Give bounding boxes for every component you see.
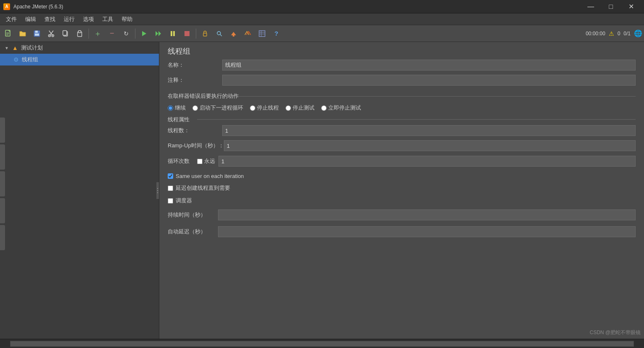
toolbar-sep-3 xyxy=(196,29,196,39)
radio-stop-now[interactable]: 立即停止测试 xyxy=(321,104,361,112)
sidebar-collapse-handle[interactable] xyxy=(156,182,159,199)
left-tab-1[interactable] xyxy=(0,118,5,143)
forever-checkbox[interactable] xyxy=(197,159,203,164)
menu-tools[interactable]: 工具 xyxy=(98,14,117,25)
svg-rect-22 xyxy=(184,31,190,36)
radio-continue[interactable]: 继续 xyxy=(168,104,186,112)
open-button[interactable] xyxy=(16,27,29,40)
clear-button[interactable] xyxy=(227,27,240,40)
help-button[interactable]: ? xyxy=(270,27,283,40)
add-button[interactable]: ＋ xyxy=(91,27,104,40)
comment-input[interactable] xyxy=(222,75,636,86)
maximize-button[interactable]: □ xyxy=(601,0,621,13)
name-row: 名称： xyxy=(159,60,644,71)
radio-stop-test-input[interactable] xyxy=(286,105,291,111)
remove-button[interactable]: − xyxy=(105,27,119,40)
main-area: ▼ ▲ 测试计划 ⚙ 线程组 线程组 名称： 注释： 在取样器错误后要 xyxy=(0,42,644,339)
radio-continue-input[interactable] xyxy=(168,105,173,111)
svg-rect-23 xyxy=(203,33,207,36)
thread-count-input[interactable] xyxy=(222,125,636,136)
radio-stop-thread-input[interactable] xyxy=(250,105,255,111)
radio-stop-test[interactable]: 停止测试 xyxy=(286,104,314,112)
forever-check[interactable]: 永远 xyxy=(197,157,215,165)
start-button[interactable] xyxy=(138,27,151,40)
status-time: 00:00:00 xyxy=(586,31,605,37)
radio-stop-now-input[interactable] xyxy=(321,105,327,111)
sidebar-item-thread-group[interactable]: ⚙ 线程组 xyxy=(0,54,159,65)
toolbar: ＋ − ↻ ? 00:00:00 ⚠ 0 0/1 🌐 xyxy=(0,25,644,42)
thread-group-label: 线程组 xyxy=(22,56,38,63)
delay-create-checkbox[interactable] xyxy=(168,186,173,191)
delay-start-input[interactable] xyxy=(218,226,636,237)
comment-label: 注释： xyxy=(168,76,222,84)
test-plan-icon: ▲ xyxy=(11,44,19,52)
start-no-pause-button[interactable] xyxy=(152,27,165,40)
delay-create-row: 延迟创建线程直到需要 xyxy=(159,183,644,194)
same-user-checkbox[interactable] xyxy=(168,173,173,179)
menu-file[interactable]: 文件 xyxy=(2,14,21,25)
svg-point-24 xyxy=(217,31,221,35)
radio-start-next-input[interactable] xyxy=(192,105,198,111)
svg-marker-18 xyxy=(156,31,158,36)
svg-rect-26 xyxy=(259,31,265,37)
thread-group-icon: ⚙ xyxy=(12,55,20,64)
status-progress xyxy=(10,341,634,347)
scheduler-label[interactable]: 调度器 xyxy=(176,197,192,204)
radio-continue-label: 继续 xyxy=(175,104,186,112)
svg-rect-16 xyxy=(78,31,81,33)
title-bar: A Apache JMeter (5.6.3) — □ ✕ xyxy=(0,0,644,13)
radio-stop-now-label: 立即停止测试 xyxy=(328,104,361,112)
menu-run[interactable]: 运行 xyxy=(60,14,79,25)
radio-stop-thread[interactable]: 停止线程 xyxy=(250,104,279,112)
copy-button[interactable] xyxy=(59,27,72,40)
sidebar-item-test-plan[interactable]: ▼ ▲ 测试计划 xyxy=(0,42,159,54)
ramp-up-input[interactable] xyxy=(224,140,636,151)
sidebar: ▼ ▲ 测试计划 ⚙ 线程组 xyxy=(0,42,159,339)
new-button[interactable] xyxy=(2,27,15,40)
thread-count-label: 线程数： xyxy=(168,127,222,134)
svg-rect-5 xyxy=(35,31,38,33)
paste-button[interactable] xyxy=(73,27,86,40)
left-tab-3[interactable] xyxy=(0,171,5,196)
left-tab-5[interactable] xyxy=(0,225,5,250)
toolbar-status: 00:00:00 ⚠ 0 0/1 🌐 xyxy=(586,29,642,37)
left-tab-2[interactable] xyxy=(0,144,5,170)
test-plan-label: 测试计划 xyxy=(21,44,43,52)
reset-button[interactable]: ↻ xyxy=(119,27,133,40)
search-toolbar-button[interactable] xyxy=(213,27,226,40)
menu-edit[interactable]: 编辑 xyxy=(21,14,40,25)
minimize-button[interactable]: — xyxy=(581,0,600,13)
save-button[interactable] xyxy=(30,27,44,40)
collapse-dots xyxy=(157,188,158,193)
same-user-label[interactable]: Same user on each iteration xyxy=(176,173,244,179)
loop-row: 循环次数 永远 xyxy=(159,155,644,167)
window-controls: — □ ✕ xyxy=(581,0,641,13)
scheduler-checkbox[interactable] xyxy=(168,198,173,204)
menu-options[interactable]: 选项 xyxy=(79,14,98,25)
delay-start-row: 自动延迟（秒） xyxy=(159,225,644,239)
svg-line-25 xyxy=(220,34,222,36)
error-action-radio-group: 继续 启动下一进程循环 停止线程 停止测试 立即停止测试 xyxy=(159,102,644,113)
ssl-button[interactable] xyxy=(198,27,212,40)
error-section-label: 在取样器错误后要执行的动作 xyxy=(159,90,644,102)
thread-props-title: 线程属性 xyxy=(159,113,644,125)
stop-button[interactable] xyxy=(180,27,194,40)
svg-marker-19 xyxy=(158,31,161,36)
delay-create-label[interactable]: 延迟创建线程直到需要 xyxy=(176,184,230,192)
table-button[interactable] xyxy=(255,27,269,40)
duration-input[interactable] xyxy=(218,209,636,220)
radio-start-next[interactable]: 启动下一进程循环 xyxy=(192,104,243,112)
cut-button[interactable] xyxy=(44,27,58,40)
title-bar-left: A Apache JMeter (5.6.3) xyxy=(3,3,63,10)
clear-all-button[interactable] xyxy=(241,27,254,40)
svg-rect-14 xyxy=(63,31,67,35)
ramp-up-label: Ramp-Up时间（秒）： xyxy=(168,142,224,149)
loop-input[interactable] xyxy=(218,156,636,167)
close-button[interactable]: ✕ xyxy=(621,0,641,13)
pause-button[interactable] xyxy=(166,27,179,40)
left-tab-4[interactable] xyxy=(0,198,5,223)
name-input[interactable] xyxy=(222,60,636,71)
radio-stop-thread-label: 停止线程 xyxy=(257,104,279,112)
menu-help[interactable]: 帮助 xyxy=(117,14,137,25)
menu-search[interactable]: 查找 xyxy=(40,14,60,25)
